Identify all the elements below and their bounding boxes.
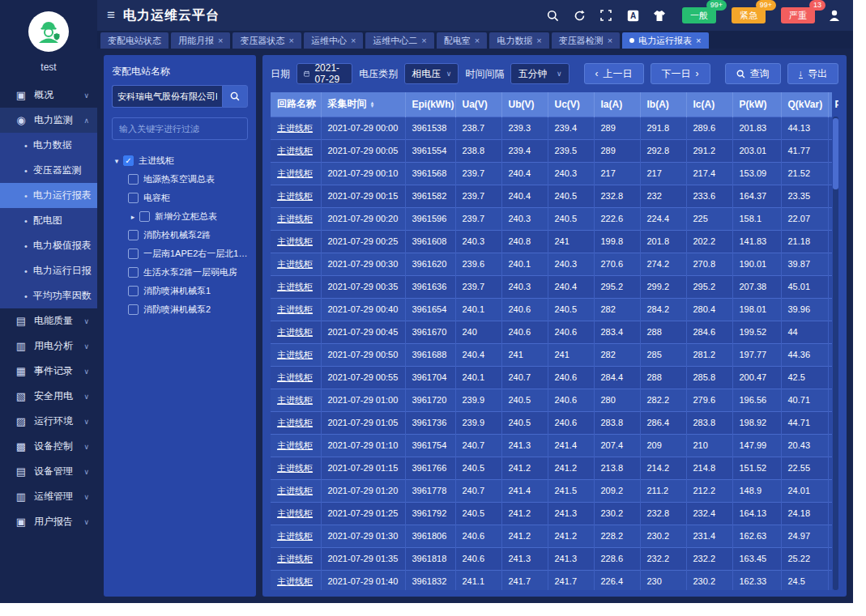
tree-node[interactable]: 消防喷淋机械泵2: [112, 300, 248, 319]
checkbox-unchecked[interactable]: [128, 230, 139, 240]
tab-item[interactable]: 配电室×: [437, 32, 487, 49]
checkbox-unchecked[interactable]: [139, 211, 150, 222]
alarm-general-button[interactable]: 一般99+: [682, 7, 716, 23]
tree-node[interactable]: ▸新增分立柜总表: [112, 207, 248, 226]
sidebar-item-power-quality[interactable]: ▤电能质量∨: [0, 308, 97, 333]
scrollbar-thumb[interactable]: [833, 118, 838, 189]
tree-node[interactable]: 消防喷淋机械泵1: [112, 282, 248, 300]
sidebar-subitem[interactable]: •变压器监测: [0, 158, 97, 183]
circuit-name-link[interactable]: 主进线柜: [271, 117, 321, 139]
sidebar-item-device-control[interactable]: ▩设备控制∨: [0, 434, 97, 459]
circuit-name-link[interactable]: 主进线柜: [271, 502, 321, 525]
tree-node[interactable]: 消防栓机械泵2路: [112, 226, 248, 244]
translate-icon[interactable]: A: [625, 8, 640, 23]
circuit-name-link[interactable]: 主进线柜: [271, 547, 321, 570]
checkbox-unchecked[interactable]: [128, 304, 139, 315]
circuit-name-link[interactable]: 主进线柜: [271, 185, 321, 207]
query-button[interactable]: 查询: [725, 63, 781, 84]
prev-day-button[interactable]: ‹ 上一日: [584, 63, 644, 84]
circuit-name-link[interactable]: 主进线柜: [271, 411, 321, 434]
tab-item[interactable]: 变压器检测×: [552, 32, 620, 49]
circuit-name-link[interactable]: 主进线柜: [271, 298, 321, 321]
close-tab-icon[interactable]: ×: [351, 36, 356, 45]
tab-item[interactable]: 用能月报×: [171, 32, 230, 49]
user-icon[interactable]: [827, 8, 842, 23]
close-tab-icon[interactable]: ×: [608, 36, 612, 45]
tab-item[interactable]: 电力数据×: [489, 32, 548, 49]
sidebar-item-electricity-analysis[interactable]: ▥用电分析∨: [0, 333, 97, 359]
circuit-name-link[interactable]: 主进线柜: [271, 162, 321, 185]
sidebar-item-device-management[interactable]: ▤设备管理∨: [0, 459, 97, 484]
tree-node[interactable]: 一层南1APE2右一层北1APE1左: [112, 244, 248, 263]
circuit-name-link[interactable]: 主进线柜: [271, 479, 321, 502]
export-button[interactable]: ↓ 导出: [787, 63, 839, 84]
circuit-name-link[interactable]: 主进线柜: [271, 389, 321, 411]
circuit-name-link[interactable]: 主进线柜: [271, 343, 321, 366]
checkbox-unchecked[interactable]: [128, 286, 139, 296]
circuit-name-link[interactable]: 主进线柜: [271, 457, 321, 479]
close-tab-icon[interactable]: ×: [421, 36, 426, 45]
checkbox-unchecked[interactable]: [128, 174, 139, 185]
sidebar-subitem[interactable]: •电力极值报表: [0, 233, 97, 258]
circuit-name-link[interactable]: 主进线柜: [271, 525, 321, 547]
alarm-urgent-button[interactable]: 紧急99+: [732, 7, 766, 23]
next-day-button[interactable]: 下一日 ›: [651, 63, 710, 84]
tab-item[interactable]: 变配电站状态: [100, 32, 169, 49]
tab-item[interactable]: 变压器状态×: [232, 32, 301, 49]
sidebar-item-user-report[interactable]: ▣用户报告∨: [0, 509, 97, 534]
circuit-name-link[interactable]: 主进线柜: [271, 275, 321, 298]
vertical-scrollbar[interactable]: [833, 117, 838, 590]
fullscreen-icon[interactable]: [599, 8, 613, 23]
tab-item[interactable]: 运维中心×: [304, 32, 363, 49]
caret-down-icon[interactable]: ▾: [112, 157, 122, 165]
circuit-name-link[interactable]: 主进线柜: [271, 366, 321, 389]
sidebar-subitem[interactable]: •电力运行日报: [0, 258, 97, 283]
sidebar-item-safe-electricity[interactable]: ▧安全用电∨: [0, 384, 97, 409]
station-name-input[interactable]: [112, 85, 222, 108]
search-icon[interactable]: [545, 8, 560, 23]
close-tab-icon[interactable]: ×: [475, 36, 480, 45]
voltage-type-select[interactable]: 相电压 ∨: [404, 63, 459, 84]
circuit-name-link[interactable]: 主进线柜: [271, 139, 321, 162]
close-tab-icon[interactable]: ×: [536, 36, 541, 45]
sidebar-item-overview[interactable]: ▣概况∨: [0, 83, 97, 108]
close-tab-icon[interactable]: ×: [288, 36, 293, 45]
caret-right-icon[interactable]: ▸: [128, 213, 138, 221]
sidebar-subitem[interactable]: •电力数据: [0, 133, 97, 158]
refresh-icon[interactable]: [572, 8, 587, 23]
tree-node-root[interactable]: ▾✓主进线柜: [112, 151, 248, 170]
checkbox-unchecked[interactable]: [128, 249, 139, 259]
alarm-severe-button[interactable]: 严重13: [781, 7, 815, 23]
circuit-name-link[interactable]: 主进线柜: [271, 321, 321, 343]
hamburger-menu-icon[interactable]: ≡: [107, 7, 115, 23]
tab-active[interactable]: 电力运行报表×: [622, 32, 708, 49]
calendar-icon: [304, 69, 309, 79]
checkbox-unchecked[interactable]: [128, 193, 139, 203]
sidebar-subitem[interactable]: •平均功率因数: [0, 283, 97, 308]
checkbox-checked[interactable]: ✓: [123, 155, 134, 166]
station-search-button[interactable]: [222, 85, 248, 108]
sort-icon[interactable]: ▲▼: [370, 101, 375, 108]
close-tab-icon[interactable]: ×: [696, 36, 701, 45]
sidebar-item-power-monitoring[interactable]: ◉电力监测∧: [0, 108, 97, 133]
circuit-name-link[interactable]: 主进线柜: [271, 230, 321, 253]
tree-node[interactable]: 生活水泵2路一层弱电房: [112, 263, 248, 282]
interval-select[interactable]: 五分钟 ∨: [510, 63, 569, 84]
tree-filter-input[interactable]: [112, 117, 248, 140]
theme-icon[interactable]: [652, 8, 667, 23]
circuit-name-link[interactable]: 主进线柜: [271, 434, 321, 457]
sidebar-item-operating-environment[interactable]: ▨运行环境∨: [0, 409, 97, 434]
tree-node[interactable]: 地源热泵空调总表: [112, 170, 248, 189]
circuit-name-link[interactable]: 主进线柜: [271, 570, 321, 590]
date-picker[interactable]: 2021-07-29: [296, 63, 352, 84]
circuit-name-link[interactable]: 主进线柜: [271, 207, 321, 230]
sidebar-subitem[interactable]: •电力运行报表: [0, 183, 97, 208]
close-tab-icon[interactable]: ×: [218, 36, 223, 45]
sidebar-item-event-records[interactable]: ▦事件记录∨: [0, 359, 97, 384]
tab-item[interactable]: 运维中心二×: [365, 32, 433, 49]
sidebar-item-ops-management[interactable]: ▥运维管理∨: [0, 484, 97, 509]
checkbox-unchecked[interactable]: [128, 267, 139, 278]
sidebar-subitem[interactable]: •配电图: [0, 208, 97, 233]
circuit-name-link[interactable]: 主进线柜: [271, 253, 321, 275]
tree-node[interactable]: 电容柜: [112, 189, 248, 207]
